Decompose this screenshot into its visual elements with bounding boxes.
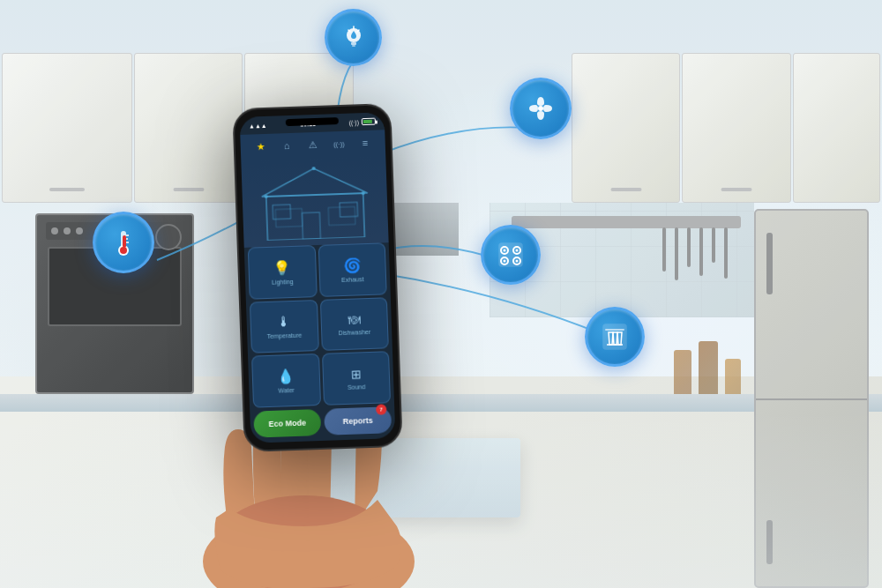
phone-container: ▲▲▲ 10:23 ((·)) ★ ⌂ ⚠ ((·)) ≡ [232, 103, 403, 452]
reports-badge: 7 [376, 404, 386, 414]
svg-rect-34 [328, 206, 355, 225]
svg-rect-30 [302, 212, 320, 239]
status-signal: ▲▲▲ [249, 122, 267, 129]
sound-label: Sound [348, 383, 365, 391]
dishwasher-label: Dishwasher [339, 329, 371, 336]
nav-home[interactable]: ⌂ [280, 138, 295, 153]
eco-mode-button[interactable]: Eco Mode [253, 409, 321, 438]
water-label: Water [278, 387, 295, 394]
dishwasher-icon: 🍽 [348, 312, 361, 326]
status-icons: ((·)) [348, 118, 376, 126]
phone-body: ▲▲▲ 10:23 ((·)) ★ ⌂ ⚠ ((·)) ≡ [232, 103, 403, 452]
temperature-icon: 🌡 [277, 314, 292, 331]
house-illustration-area [241, 154, 388, 248]
nav-alerts[interactable]: ⚠ [305, 138, 320, 153]
control-water[interactable]: 💧 Water [251, 354, 321, 407]
control-dishwasher[interactable]: 🍽 Dishwasher [319, 297, 389, 351]
controls-grid: 💡 Lighting 🌀 Exhaust 🌡 Temperature 🍽 Dis… [248, 242, 391, 407]
house-svg [252, 161, 378, 241]
reports-button[interactable]: Reports 7 [324, 406, 392, 435]
wifi-status-icon: ((·)) [348, 119, 359, 125]
svg-marker-29 [261, 166, 368, 196]
lighting-icon: 💡 [273, 259, 292, 277]
control-sound[interactable]: ⊞ Sound [322, 352, 392, 406]
bottom-buttons: Eco Mode Reports 7 [253, 406, 392, 437]
water-icon: 💧 [277, 368, 295, 385]
exhaust-label: Exhaust [341, 276, 364, 283]
reports-label: Reports [343, 416, 373, 426]
nav-network[interactable]: ((·)) [332, 137, 347, 152]
nav-menu[interactable]: ≡ [358, 136, 373, 151]
svg-rect-33 [275, 208, 303, 227]
sound-icon: ⊞ [350, 367, 362, 381]
control-temperature[interactable]: 🌡 Temperature [250, 300, 319, 354]
control-lighting[interactable]: 💡 Lighting [248, 245, 318, 299]
control-exhaust[interactable]: 🌀 Exhaust [318, 242, 387, 296]
lighting-label: Lighting [272, 279, 294, 286]
nav-favorites[interactable]: ★ [253, 139, 268, 154]
temperature-label: Temperature [267, 332, 303, 339]
exhaust-icon: 🌀 [343, 257, 362, 274]
phone-screen: ▲▲▲ 10:23 ((·)) ★ ⌂ ⚠ ((·)) ≡ [240, 112, 396, 443]
